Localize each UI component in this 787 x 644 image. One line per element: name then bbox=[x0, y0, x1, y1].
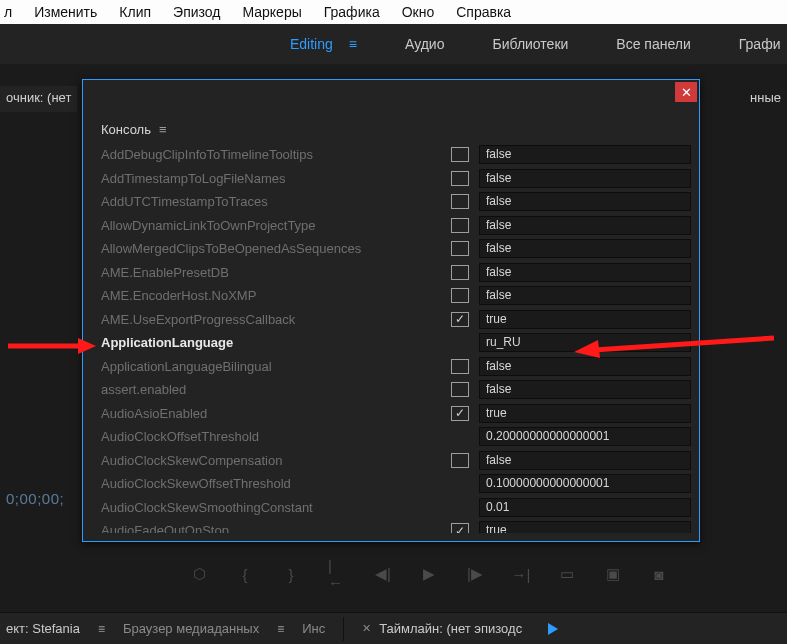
transport-controls: ⬡ { } |← ◀| ▶ |▶ →| ▭ ▣ ◙ bbox=[190, 565, 668, 583]
property-row: AllowDynamicLinkToOwnProjectTypefalse bbox=[101, 214, 695, 238]
console-title: Консоль bbox=[101, 122, 151, 137]
property-checkbox[interactable] bbox=[451, 194, 469, 209]
property-checkbox[interactable] bbox=[451, 288, 469, 303]
workspace-tab-audio[interactable]: Аудио bbox=[405, 36, 445, 52]
property-checkbox[interactable] bbox=[451, 171, 469, 186]
menu-truncated[interactable]: л bbox=[4, 4, 12, 20]
property-name: AllowDynamicLinkToOwnProjectType bbox=[101, 218, 441, 233]
info-tab[interactable]: Инс bbox=[302, 621, 325, 636]
menu-item[interactable]: Графика bbox=[324, 4, 380, 20]
panel-menu-icon[interactable]: ≡ bbox=[277, 622, 284, 636]
property-value-input[interactable]: true bbox=[479, 404, 691, 423]
property-checkbox[interactable] bbox=[451, 382, 469, 397]
menu-item[interactable]: Маркеры bbox=[242, 4, 301, 20]
property-name: AME.EncoderHost.NoXMP bbox=[101, 288, 441, 303]
property-checkbox[interactable]: ✓ bbox=[451, 523, 469, 533]
property-row: AddDebugClipInfoToTimelineTooltipsfalse bbox=[101, 143, 695, 167]
property-value-input[interactable]: false bbox=[479, 216, 691, 235]
playhead-icon bbox=[548, 623, 558, 635]
property-value-input[interactable]: true bbox=[479, 521, 691, 533]
insert-icon[interactable]: ▭ bbox=[558, 565, 576, 583]
property-value-input[interactable]: false bbox=[479, 451, 691, 470]
project-tab[interactable]: ект: Stefania bbox=[6, 621, 80, 636]
property-value-input[interactable]: false bbox=[479, 263, 691, 282]
property-name: assert.enabled bbox=[101, 382, 441, 397]
source-panel-tab[interactable]: очник: (нет bbox=[0, 86, 77, 112]
export-frame-icon[interactable]: ◙ bbox=[650, 565, 668, 583]
property-name: ApplicationLanguageBilingual bbox=[101, 359, 441, 374]
property-name: AudioClockSkewCompensation bbox=[101, 453, 441, 468]
property-value-input[interactable]: false bbox=[479, 169, 691, 188]
media-browser-tab[interactable]: Браузер медиаданных bbox=[123, 621, 259, 636]
property-value-input[interactable]: 0.01 bbox=[479, 498, 691, 517]
property-checkbox[interactable]: ✓ bbox=[451, 406, 469, 421]
property-name: AddTimestampToLogFileNames bbox=[101, 171, 441, 186]
menu-item[interactable]: Клип bbox=[119, 4, 151, 20]
step-forward-icon[interactable]: |▶ bbox=[466, 565, 484, 583]
console-dialog: ✕ Консоль ≡ AddDebugClipInfoToTimelineTo… bbox=[82, 79, 700, 542]
property-value-input[interactable]: false bbox=[479, 357, 691, 376]
panel-menu-icon[interactable]: ≡ bbox=[98, 622, 105, 636]
property-value-input[interactable]: ru_RU bbox=[479, 333, 691, 352]
timecode-display: 0;00;00; bbox=[6, 490, 64, 507]
marker-icon[interactable]: ⬡ bbox=[190, 565, 208, 583]
close-tab-icon[interactable]: ✕ bbox=[362, 622, 371, 635]
play-icon[interactable]: ▶ bbox=[420, 565, 438, 583]
property-checkbox[interactable] bbox=[451, 359, 469, 374]
out-point-icon[interactable]: } bbox=[282, 565, 300, 583]
property-checkbox[interactable]: ✓ bbox=[451, 312, 469, 327]
menu-item[interactable]: Изменить bbox=[34, 4, 97, 20]
console-property-list: AddDebugClipInfoToTimelineTooltipsfalseA… bbox=[83, 143, 699, 533]
overwrite-icon[interactable]: ▣ bbox=[604, 565, 622, 583]
property-checkbox[interactable] bbox=[451, 241, 469, 256]
property-row: AudioClockSkewSmoothingConstant0.01 bbox=[101, 496, 695, 520]
property-value-input[interactable]: false bbox=[479, 286, 691, 305]
property-row: AddTimestampToLogFileNamesfalse bbox=[101, 167, 695, 191]
effects-panel-tab[interactable]: нные bbox=[744, 86, 787, 112]
property-value-input[interactable]: true bbox=[479, 310, 691, 329]
property-name: AudioAsioEnabled bbox=[101, 406, 441, 421]
menu-item[interactable]: Эпизод bbox=[173, 4, 220, 20]
property-name: AudioFadeOutOnStop bbox=[101, 523, 441, 533]
property-row: AudioClockSkewOffsetThreshold0.100000000… bbox=[101, 472, 695, 496]
menu-item[interactable]: Справка bbox=[456, 4, 511, 20]
go-to-in-icon[interactable]: |← bbox=[328, 565, 346, 583]
property-name: AME.EnablePresetDB bbox=[101, 265, 441, 280]
menu-item[interactable]: Окно bbox=[402, 4, 435, 20]
property-value-input[interactable]: false bbox=[479, 192, 691, 211]
property-row: AME.UseExportProgressCallback✓true bbox=[101, 308, 695, 332]
in-point-icon[interactable]: { bbox=[236, 565, 254, 583]
property-value-input[interactable]: 0.20000000000000001 bbox=[479, 427, 691, 446]
property-value-input[interactable]: false bbox=[479, 239, 691, 258]
panel-menu-icon[interactable]: ≡ bbox=[159, 122, 167, 137]
workspace-tab-graphics[interactable]: Графи bbox=[739, 36, 781, 52]
property-row: AME.EnablePresetDBfalse bbox=[101, 261, 695, 285]
property-checkbox[interactable] bbox=[451, 453, 469, 468]
close-button[interactable]: ✕ bbox=[675, 82, 697, 102]
property-value-input[interactable]: false bbox=[479, 380, 691, 399]
workspace-tab-libraries[interactable]: Библиотеки bbox=[492, 36, 568, 52]
timeline-tab[interactable]: Таймлайн: (нет эпизодс bbox=[379, 621, 522, 636]
property-row: AddUTCTimestampToTracesfalse bbox=[101, 190, 695, 214]
property-checkbox[interactable] bbox=[451, 218, 469, 233]
property-row: AudioClockSkewCompensationfalse bbox=[101, 449, 695, 473]
console-header: Консоль ≡ bbox=[83, 114, 699, 143]
checkbox-spacer bbox=[451, 476, 469, 491]
workspace-tab-editing[interactable]: Editing bbox=[290, 36, 333, 52]
close-icon: ✕ bbox=[681, 85, 692, 100]
divider bbox=[343, 617, 344, 641]
property-name: AddDebugClipInfoToTimelineTooltips bbox=[101, 147, 441, 162]
property-name: AllowMergedClipsToBeOpenedAsSequences bbox=[101, 241, 441, 256]
go-to-out-icon[interactable]: →| bbox=[512, 565, 530, 583]
property-value-input[interactable]: 0.10000000000000001 bbox=[479, 474, 691, 493]
step-back-icon[interactable]: ◀| bbox=[374, 565, 392, 583]
property-row: AudioClockOffsetThreshold0.2000000000000… bbox=[101, 425, 695, 449]
property-checkbox[interactable] bbox=[451, 147, 469, 162]
property-name: AudioClockSkewSmoothingConstant bbox=[101, 500, 441, 515]
property-name: AudioClockSkewOffsetThreshold bbox=[101, 476, 441, 491]
property-value-input[interactable]: false bbox=[479, 145, 691, 164]
property-name: AudioClockOffsetThreshold bbox=[101, 429, 441, 444]
workspace-tab-all-panels[interactable]: Все панели bbox=[616, 36, 690, 52]
workspace-menu-icon[interactable]: ≡ bbox=[349, 36, 357, 52]
property-checkbox[interactable] bbox=[451, 265, 469, 280]
